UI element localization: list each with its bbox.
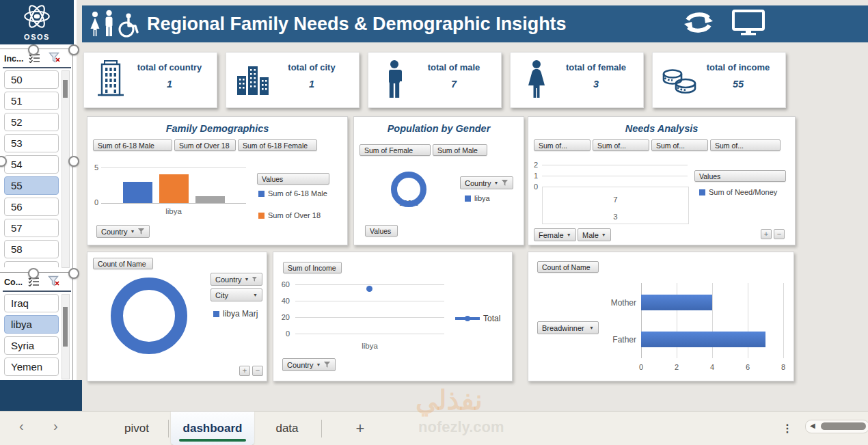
slicer-item[interactable]: Yemen xyxy=(4,358,59,376)
funnel-icon xyxy=(252,275,258,283)
slicer-underline xyxy=(3,291,71,292)
female-filter-dropdown[interactable]: Female ▼ xyxy=(534,228,576,241)
header-bar: Regional Family Needs & Demographic Insi… xyxy=(82,5,868,42)
pivot-field-button[interactable]: Sum of... xyxy=(710,139,781,151)
expand-button[interactable]: + xyxy=(239,366,250,376)
population-by-gender-chart: Population by Gender Sum of FemaleSum of… xyxy=(353,116,524,245)
city-filter-dropdown[interactable]: City ▼ xyxy=(211,288,262,301)
selection-handle[interactable] xyxy=(28,268,39,279)
y-tick: 2 xyxy=(530,161,538,169)
pivot-field-buttons: Sum of FemaleSum of Male xyxy=(360,144,487,156)
data-point xyxy=(366,286,372,292)
slicer-underline xyxy=(3,67,71,68)
slicer-item[interactable]: 50 xyxy=(4,70,59,89)
pivot-field-button[interactable]: Count of Name xyxy=(93,258,153,269)
prev-sheet-button[interactable]: ‹ xyxy=(19,418,24,434)
tab-data[interactable]: data xyxy=(258,412,316,445)
man-icon xyxy=(103,10,116,38)
funnel-icon xyxy=(323,361,331,368)
pivot-field-button[interactable]: Sum of Over 18 xyxy=(174,139,236,151)
slicer-item[interactable]: 58 xyxy=(4,240,59,258)
chevron-down-icon: ▼ xyxy=(245,277,249,282)
scrollbar-thumb[interactable] xyxy=(821,422,866,430)
scrollbar-thumb[interactable] xyxy=(63,307,68,347)
legend-label: Total xyxy=(483,314,500,323)
kpi-value: 7 xyxy=(411,79,497,90)
wheelchair-icon xyxy=(117,13,140,38)
country-filter-dropdown[interactable]: Country ▼ xyxy=(282,358,336,371)
pivot-field-button[interactable]: Sum of... xyxy=(534,139,591,151)
chevron-down-icon: ▼ xyxy=(567,232,571,237)
pivot-field-button[interactable]: Sum of Female xyxy=(360,144,431,156)
selection-handle[interactable] xyxy=(68,44,79,55)
y-tick: 40 xyxy=(276,297,290,305)
page-title: Regional Family Needs & Demographic Insi… xyxy=(147,14,567,35)
monitor-icon[interactable] xyxy=(731,9,765,39)
clear-filter-icon[interactable] xyxy=(49,52,61,66)
slicer-item[interactable]: Iraq xyxy=(4,294,59,312)
slicer-item[interactable]: 51 xyxy=(4,92,59,110)
y-tick: 0 xyxy=(530,183,538,191)
selection-handle[interactable] xyxy=(68,268,79,279)
sidebar-footer xyxy=(0,380,82,411)
country-slicer-scrollbar[interactable] xyxy=(62,294,70,379)
logo: OSOS xyxy=(0,0,74,44)
scrollbar-thumb[interactable] xyxy=(63,80,68,98)
sheet-menu-button[interactable]: ⋮ xyxy=(779,412,796,445)
next-sheet-button[interactable]: › xyxy=(53,418,58,434)
pivot-field-button[interactable]: Sum of 6-18 Female xyxy=(238,139,317,151)
income-slicer-scrollbar[interactable] xyxy=(62,70,70,268)
tab-pivot[interactable]: pivot xyxy=(108,412,165,445)
country-filter-dropdown[interactable]: Country ▼ xyxy=(460,176,513,189)
slicer-item[interactable]: 53 xyxy=(4,134,59,152)
pivot-field-button[interactable]: Sum of 6-18 Male xyxy=(93,139,172,151)
refresh-icon[interactable] xyxy=(681,10,716,38)
kpi-label: total of country xyxy=(126,62,213,72)
dropdown-label: Country xyxy=(215,275,242,284)
slicer-item[interactable]: 54 xyxy=(4,155,59,174)
needs-analysis-chart: Needs Analysis Sum of...Sum of...Sum of.… xyxy=(528,116,796,245)
pivot-field-button[interactable]: Sum of Income xyxy=(283,262,342,273)
selection-handle[interactable] xyxy=(28,44,39,55)
pivot-field-button[interactable]: Sum of... xyxy=(593,139,649,151)
slicer-item[interactable]: libya xyxy=(4,315,59,334)
x-tick: 2 xyxy=(673,363,681,371)
slicer-item[interactable]: Syria xyxy=(4,336,59,355)
legend-label: libya xyxy=(474,194,490,202)
pivot-field-button[interactable]: Sum of Male xyxy=(433,144,487,156)
horizontal-scrollbar[interactable]: ◀ xyxy=(805,420,868,433)
bar xyxy=(123,182,152,203)
dropdown-label: Country xyxy=(465,179,491,187)
values-field-button[interactable]: Values xyxy=(365,225,398,237)
country-filter-dropdown[interactable]: Country ▼ xyxy=(96,225,150,238)
legend-item: Sum of Need/Money xyxy=(699,188,777,196)
slicer-item[interactable]: 57 xyxy=(4,219,59,237)
slicer-item[interactable]: 52 xyxy=(4,113,59,131)
legend-field-button[interactable]: Values xyxy=(257,173,329,185)
kpi-label: total of income xyxy=(695,62,781,72)
breadwinner-filter-dropdown[interactable]: Breadwinner ▼ xyxy=(537,321,599,334)
collapse-button[interactable]: − xyxy=(774,229,785,239)
chevron-down-icon: ▼ xyxy=(589,325,594,330)
male-filter-dropdown[interactable]: Male ▼ xyxy=(578,228,611,241)
scroll-left-arrow[interactable]: ◀ xyxy=(810,422,815,429)
slicer-item[interactable]: 56 xyxy=(4,198,59,216)
slicer-item[interactable]: 59 xyxy=(4,261,59,267)
coins-icon xyxy=(661,68,699,98)
selection-handle[interactable] xyxy=(68,156,79,167)
collapse-button[interactable]: − xyxy=(252,366,263,376)
legend-field-button[interactable]: Values xyxy=(694,170,786,182)
slicer-item[interactable]: 55 xyxy=(4,176,59,195)
kpi-label: total of female xyxy=(553,62,639,72)
kpi-card-male: total of male 7 xyxy=(368,52,502,108)
legend-label: Sum of Over 18 xyxy=(268,211,321,219)
kpi-card-income: total of income 55 xyxy=(652,52,786,108)
expand-button[interactable]: + xyxy=(761,229,772,239)
x-tick: 4 xyxy=(708,363,716,371)
country-slicer-list: IraqlibyaSyriaYemen xyxy=(4,294,59,379)
country-filter-dropdown[interactable]: Country ▼ xyxy=(211,273,262,286)
clear-filter-icon[interactable] xyxy=(48,275,60,289)
chevron-down-icon: ▼ xyxy=(601,232,606,237)
add-sheet-button[interactable]: + xyxy=(345,412,375,445)
pivot-field-button[interactable]: Sum of... xyxy=(651,139,708,151)
